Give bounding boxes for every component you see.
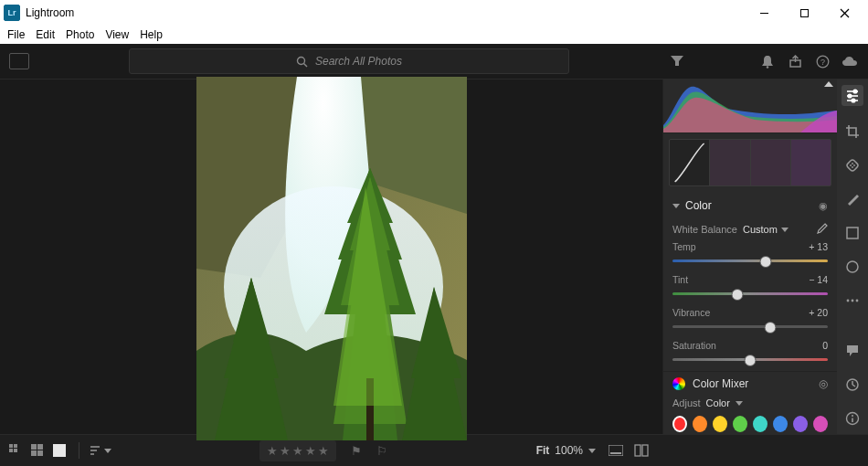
- svg-point-29: [856, 299, 859, 302]
- healing-icon[interactable]: [843, 156, 862, 174]
- window-close-button[interactable]: [824, 0, 864, 26]
- chevron-down-icon: [104, 449, 111, 453]
- vibrance-knob[interactable]: [765, 322, 777, 334]
- svg-rect-50: [635, 445, 640, 456]
- flag-reject-icon[interactable]: ⚐: [376, 444, 387, 458]
- swatch-green[interactable]: [733, 416, 747, 432]
- grid-large-icon[interactable]: [31, 444, 48, 457]
- cloud-sync-icon[interactable]: [841, 52, 859, 70]
- swatch-orange[interactable]: [693, 416, 707, 432]
- swatch-aqua[interactable]: [753, 416, 767, 432]
- swatch-red[interactable]: [672, 416, 687, 432]
- window-minimize-button[interactable]: [744, 0, 784, 26]
- vibrance-label: Vibrance: [672, 307, 710, 318]
- window-maximize-button[interactable]: [784, 0, 824, 26]
- svg-rect-41: [37, 444, 43, 450]
- swatch-purple[interactable]: [793, 416, 808, 432]
- sort-icon[interactable]: [89, 445, 111, 456]
- tone-curve-thumbnails[interactable]: [669, 139, 831, 186]
- notifications-icon[interactable]: [758, 52, 777, 70]
- svg-point-34: [852, 415, 853, 417]
- help-icon[interactable]: ?: [813, 52, 831, 70]
- star-5[interactable]: ★: [318, 444, 329, 458]
- edited-photo: [196, 77, 467, 440]
- svg-point-26: [847, 261, 858, 272]
- flag-pick-icon[interactable]: ⚑: [351, 444, 362, 458]
- temp-slider[interactable]: Temp+ 13: [663, 239, 837, 272]
- vibrance-slider[interactable]: Vibrance+ 20: [663, 305, 837, 338]
- eyedropper-icon[interactable]: [815, 223, 828, 236]
- photo-canvas[interactable]: [0, 79, 662, 434]
- svg-rect-39: [14, 449, 17, 452]
- tint-slider[interactable]: Tint− 14: [663, 272, 837, 305]
- svg-rect-37: [14, 444, 17, 448]
- grid-small-icon[interactable]: [9, 444, 26, 457]
- svg-point-27: [847, 299, 850, 302]
- star-4[interactable]: ★: [305, 444, 316, 458]
- temp-value: + 13: [809, 241, 828, 252]
- svg-point-24: [852, 166, 853, 168]
- adjust-dropdown[interactable]: Adjust Color: [663, 396, 837, 414]
- rating-stars[interactable]: ★ ★ ★ ★ ★: [259, 440, 336, 461]
- single-view-icon[interactable]: [53, 444, 69, 457]
- saturation-slider[interactable]: Saturation0: [663, 338, 837, 371]
- svg-text:?: ?: [820, 58, 824, 67]
- histogram-collapse-icon[interactable]: [824, 81, 833, 87]
- svg-line-5: [304, 63, 308, 67]
- app-topbar: Search All Photos ?: [0, 44, 868, 79]
- menu-help[interactable]: Help: [140, 28, 163, 41]
- svg-rect-42: [31, 450, 37, 456]
- menu-photo[interactable]: Photo: [66, 28, 94, 41]
- tint-value: − 14: [809, 274, 828, 285]
- comments-icon[interactable]: [843, 342, 862, 359]
- temp-label: Temp: [672, 241, 696, 252]
- linear-gradient-icon[interactable]: [843, 224, 862, 241]
- color-section-label: Color: [685, 199, 712, 212]
- star-1[interactable]: ★: [267, 444, 278, 458]
- white-balance-row: White Balance Custom: [663, 219, 837, 239]
- svg-point-19: [852, 99, 855, 102]
- saturation-knob[interactable]: [745, 355, 757, 366]
- color-section-header[interactable]: Color ◉: [663, 192, 837, 219]
- targeted-adjust-icon[interactable]: ◎: [819, 377, 828, 390]
- compare-view-icon[interactable]: [634, 444, 649, 457]
- white-balance-dropdown[interactable]: Custom: [743, 224, 789, 235]
- zoom-level[interactable]: 100%: [555, 444, 583, 457]
- more-icon[interactable]: [843, 291, 862, 309]
- swatch-blue[interactable]: [773, 416, 788, 432]
- filter-icon[interactable]: [669, 53, 685, 69]
- color-mixer-label: Color Mixer: [693, 377, 748, 390]
- fit-label[interactable]: Fit: [536, 444, 550, 457]
- swatch-yellow[interactable]: [713, 416, 727, 432]
- tint-knob[interactable]: [732, 289, 744, 301]
- tint-label: Tint: [672, 274, 688, 285]
- adjust-label: Adjust: [672, 397, 701, 408]
- chevron-down-icon: [672, 204, 680, 208]
- visibility-icon[interactable]: ◉: [819, 200, 828, 212]
- histogram[interactable]: [663, 79, 837, 133]
- search-input[interactable]: Search All Photos: [129, 48, 569, 74]
- radial-gradient-icon[interactable]: [843, 258, 862, 275]
- swatch-magenta[interactable]: [813, 416, 828, 432]
- star-2[interactable]: ★: [280, 444, 291, 458]
- window-titlebar: Lr Lightroom: [0, 0, 868, 26]
- star-3[interactable]: ★: [292, 444, 303, 458]
- info-icon[interactable]: [843, 409, 862, 427]
- edit-sliders-icon[interactable]: [842, 85, 863, 106]
- brush-icon[interactable]: [843, 190, 862, 207]
- svg-point-7: [767, 66, 769, 69]
- svg-point-23: [852, 163, 853, 164]
- crop-icon[interactable]: [843, 122, 862, 140]
- menu-edit[interactable]: Edit: [36, 28, 55, 41]
- color-wheel-icon: [672, 377, 685, 390]
- activity-icon[interactable]: [843, 376, 862, 393]
- chevron-down-icon[interactable]: [588, 449, 596, 453]
- home-icon[interactable]: [9, 53, 29, 69]
- color-mixer-header[interactable]: Color Mixer ◎: [663, 371, 837, 396]
- svg-rect-38: [9, 449, 13, 452]
- share-icon[interactable]: [786, 52, 804, 70]
- menu-view[interactable]: View: [105, 28, 129, 41]
- temp-knob[interactable]: [760, 256, 772, 268]
- menu-file[interactable]: File: [7, 28, 25, 41]
- filmstrip-toggle-icon[interactable]: [609, 445, 623, 456]
